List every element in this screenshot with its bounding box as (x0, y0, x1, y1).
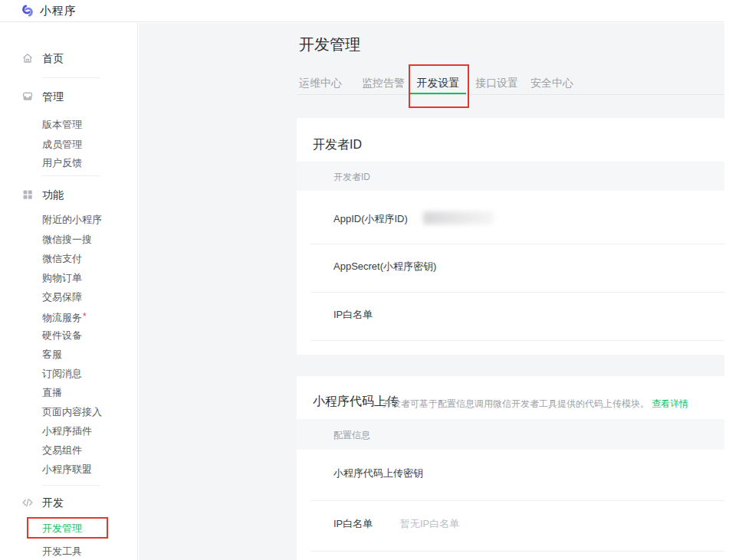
sidebar-item-miniprogram-union[interactable]: 小程序联盟 (42, 463, 92, 476)
sidebar-item-member-manage[interactable]: 成员管理 (42, 138, 82, 152)
sidebar-item-shopping-orders[interactable]: 购物订单 (42, 271, 82, 285)
sidebar-item-nearby-miniprogram[interactable]: 附近的小程序 (42, 213, 102, 227)
tabs-divider (297, 94, 724, 95)
new-badge: * (83, 311, 87, 322)
sidebar-divider (42, 77, 100, 78)
code-icon (21, 496, 34, 509)
inbox-icon (21, 90, 34, 103)
row-divider (310, 500, 725, 501)
sidebar-item-miniprogram-plugin[interactable]: 小程序插件 (42, 424, 92, 438)
code-upload-card: 小程序代码上传 开发者可基于配置信息调用微信开发者工具提供的代码上传模块。 查看… (297, 376, 725, 560)
sidebar-item-wechat-pay[interactable]: 微信支付 (42, 252, 82, 266)
sidebar-section-manage[interactable]: 管理 (42, 89, 64, 104)
sidebar-item-hardware-device[interactable]: 硬件设备 (42, 329, 82, 342)
developer-id-card: 开发者ID 开发者ID AppID(小程序ID) AppSecret(小程序密钥… (297, 118, 725, 355)
sidebar-item-logistics-service[interactable]: 物流服务* (42, 309, 87, 323)
sidebar-item-develop-tools[interactable]: 开发工具 (42, 545, 82, 558)
tab-security-center[interactable]: 安全中心 (530, 72, 573, 94)
tab-monitor-alarm[interactable]: 监控告警 (362, 72, 405, 94)
sidebar-item-label: 物流服务 (42, 312, 82, 323)
row-value-ip-whitelist: 暂无IP白名单 (400, 518, 459, 530)
table-header-row: 配置信息 (297, 419, 725, 450)
tab-interface-settings[interactable]: 接口设置 (475, 72, 518, 94)
table-header-row: 开发者ID (297, 162, 725, 191)
redacted-appid-value (423, 211, 494, 224)
row-label-appsecret: AppSecret(小程序密钥) (333, 260, 436, 273)
sidebar-item-wechat-search[interactable]: 微信搜一搜 (42, 233, 92, 247)
sidebar-item-user-feedback[interactable]: 用户反馈 (42, 156, 82, 170)
grid-icon (21, 188, 34, 201)
top-bar: 小程序 (0, 0, 729, 22)
sidebar-divider (42, 485, 100, 486)
sidebar-item-version-manage[interactable]: 版本管理 (42, 118, 82, 132)
sidebar-item-page-content-access[interactable]: 页面内容接入 (42, 405, 102, 419)
row-label-ip-whitelist: IP白名单 (333, 309, 373, 321)
sidebar-divider (42, 175, 100, 176)
mini-program-logo-icon (20, 3, 35, 18)
row-divider (310, 244, 725, 244)
annotation-box-develop-manage-item (27, 517, 108, 539)
sidebar: 首页 管理 版本管理 成员管理 用户反馈 功能 附近的小程序 微信搜一搜 微信支… (0, 23, 138, 560)
row-label-ip-whitelist: IP白名单 (333, 518, 373, 530)
tab-ops-center[interactable]: 运维中心 (299, 72, 342, 94)
row-divider (310, 292, 725, 293)
page-title: 开发管理 (299, 34, 360, 55)
sidebar-section-features[interactable]: 功能 (42, 187, 64, 202)
table-header-label: 配置信息 (333, 429, 370, 442)
row-label-upload-key: 小程序代码上传密钥 (333, 467, 423, 480)
view-details-link[interactable]: 查看详情 (652, 398, 688, 409)
table-header-label: 开发者ID (333, 171, 370, 184)
sidebar-item-subscribe-message[interactable]: 订阅消息 (42, 367, 82, 381)
row-label-appid: AppID(小程序ID) (333, 213, 408, 225)
description-text: 开发者可基于配置信息调用微信开发者工具提供的代码上传模块。 (383, 398, 649, 409)
sidebar-item-trade-guarantee[interactable]: 交易保障 (42, 290, 82, 304)
sidebar-item-home[interactable]: 首页 (42, 51, 64, 66)
home-icon (21, 52, 34, 64)
sidebar-item-live[interactable]: 直播 (42, 386, 62, 400)
scrollbar-track[interactable] (724, 0, 729, 560)
row-divider (310, 551, 725, 552)
sidebar-item-customer-service[interactable]: 客服 (42, 348, 62, 362)
card-description: 开发者可基于配置信息调用微信开发者工具提供的代码上传模块。 查看详情 (383, 398, 688, 411)
brand-name: 小程序 (40, 4, 77, 18)
sidebar-section-develop[interactable]: 开发 (42, 495, 64, 510)
sidebar-item-trade-component[interactable]: 交易组件 (42, 444, 82, 457)
row-divider (310, 340, 725, 341)
annotation-box-develop-settings-tab (409, 64, 469, 108)
card-title: 开发者ID (313, 137, 362, 153)
